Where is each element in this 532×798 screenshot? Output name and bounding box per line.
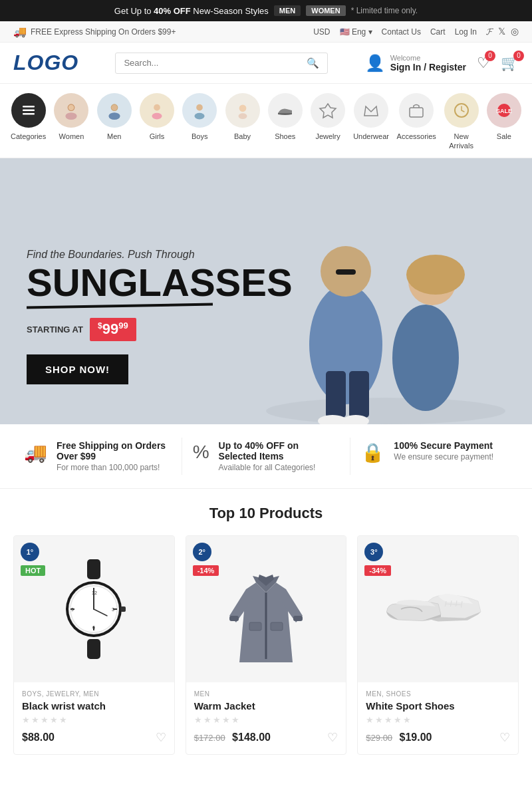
- svg-rect-0: [23, 106, 35, 108]
- cart-button[interactable]: 🛒 0: [501, 55, 519, 72]
- percent-icon: %: [193, 442, 209, 463]
- cart-badge: 0: [513, 51, 524, 61]
- women-tag[interactable]: WOMEN: [306, 5, 345, 16]
- cat-boys[interactable]: Boys: [178, 90, 221, 148]
- hero-subtitle: Find the Boundaries. Push Through: [27, 249, 293, 261]
- product-rating-1: ★★★★★: [22, 715, 166, 725]
- discount-badge-3: -34%: [364, 565, 391, 576]
- feature-payment-desc: We ensure secure payment!: [394, 452, 493, 462]
- cart-link[interactable]: Cart: [430, 27, 446, 37]
- hero-starting: STARTING AT $9999: [27, 318, 293, 340]
- svg-rect-2: [23, 113, 35, 115]
- logo[interactable]: LOGO: [13, 51, 78, 75]
- cat-girls[interactable]: Girls: [136, 90, 178, 148]
- product-category-3: MEN, SHOES: [366, 690, 510, 698]
- svg-rect-1: [23, 110, 35, 112]
- svg-rect-51: [249, 622, 261, 630]
- svg-rect-46: [87, 639, 100, 659]
- svg-point-26: [406, 255, 465, 295]
- cat-men[interactable]: Men: [93, 90, 136, 148]
- svg-text:6: 6: [92, 625, 95, 630]
- cat-accessories[interactable]: Accessories: [393, 90, 440, 148]
- svg-point-4: [66, 112, 77, 120]
- discount-badge-2: -14%: [193, 565, 219, 576]
- cat-label-shoes: Shoes: [275, 132, 295, 141]
- svg-rect-29: [336, 269, 356, 275]
- rank-badge-3: 3°: [364, 543, 383, 561]
- wishlist-btn-2[interactable]: ♡: [327, 730, 338, 745]
- cat-jewelry[interactable]: Jewelry: [307, 90, 349, 148]
- product-card-3: 3° -34%: [357, 535, 519, 755]
- feature-payment: 🔒 100% Secure Payment We ensure secure p…: [350, 438, 519, 475]
- cat-sale[interactable]: SALE Sale: [483, 90, 525, 148]
- feature-discount-title: Up to 40% OFF on Selected Items: [219, 440, 340, 462]
- cat-new-arrivals[interactable]: NewArrivals: [440, 90, 482, 158]
- svg-rect-47: [120, 606, 126, 612]
- search-bar[interactable]: 🔍: [115, 53, 328, 74]
- sign-in-area[interactable]: 👤 Welcome Sign In / Register: [365, 54, 466, 72]
- svg-text:9: 9: [71, 607, 74, 612]
- products-section: Top 10 Products 1° HOT: [0, 489, 532, 775]
- wishlist-badge: 0: [485, 51, 495, 61]
- login-link[interactable]: Log In: [455, 27, 477, 37]
- rank-badge-1: 1°: [21, 543, 39, 561]
- svg-text:SALE: SALE: [496, 108, 512, 114]
- jacket-image: [226, 556, 306, 662]
- cat-women[interactable]: Women: [50, 90, 92, 148]
- wishlist-btn-3[interactable]: ♡: [499, 730, 510, 745]
- product-info-2: MEN Warm Jacket ★★★★★ $172.00 $148.00 ♡: [186, 682, 346, 754]
- wishlist-btn-1[interactable]: ♡: [156, 730, 166, 745]
- svg-text:3: 3: [112, 607, 114, 612]
- welcome-text: Welcome: [390, 54, 466, 62]
- cat-label-girls: Girls: [150, 132, 165, 141]
- cat-label-new-arrivals: NewArrivals: [449, 132, 473, 151]
- hero-price: $9999: [90, 318, 136, 340]
- hero-banner: Find the Boundaries. Push Through SUNGLA…: [0, 158, 532, 424]
- cat-label-accessories: Accessories: [397, 132, 436, 141]
- language-selector[interactable]: 🇺🇸 Eng ▾: [340, 27, 372, 37]
- currency-selector[interactable]: USD: [313, 27, 330, 37]
- svg-point-21: [266, 398, 505, 424]
- svg-point-13: [239, 104, 246, 112]
- facebook-icon[interactable]: 𝓕: [486, 26, 493, 37]
- twitter-icon[interactable]: 𝕏: [498, 26, 505, 37]
- banner-text: Get Up to 40% OFF New-Season Styles: [114, 6, 269, 16]
- cat-categories[interactable]: Categories: [7, 90, 50, 148]
- svg-point-24: [392, 305, 459, 411]
- cat-shoes[interactable]: Shoes: [264, 90, 307, 148]
- product-card-1: 1° HOT 1: [13, 535, 175, 755]
- cat-label-men: Men: [107, 132, 121, 141]
- signin-link[interactable]: Sign In / Register: [390, 62, 466, 72]
- product-img-shoes: 3° -34%: [358, 536, 518, 682]
- instagram-icon[interactable]: ◎: [511, 26, 519, 37]
- svg-point-12: [195, 113, 205, 120]
- wishlist-button[interactable]: ♡ 0: [477, 55, 490, 72]
- search-input[interactable]: [124, 58, 301, 68]
- category-nav: Categories Women Men: [0, 84, 532, 158]
- svg-rect-28: [349, 371, 369, 418]
- contact-us-link[interactable]: Contact Us: [382, 27, 421, 37]
- cat-label-sale: Sale: [497, 132, 511, 141]
- svg-rect-49: [229, 616, 239, 621]
- product-old-price-3: $29.00: [366, 733, 392, 743]
- cat-label-women: Women: [59, 132, 84, 141]
- product-rating-2: ★★★★★: [194, 715, 338, 725]
- product-info-3: MEN, SHOES White Sport Shoes ★★★★★ $29.0…: [358, 682, 518, 754]
- product-price-1: $88.00: [22, 732, 55, 743]
- svg-rect-50: [293, 616, 303, 621]
- hero-starting-text: STARTING AT: [27, 325, 83, 334]
- svg-point-7: [108, 112, 120, 120]
- product-card-2: 2° -14%: [186, 535, 347, 755]
- men-tag[interactable]: MEN: [274, 5, 301, 16]
- product-category-2: MEN: [194, 690, 338, 698]
- product-price-row-3: $29.00 $19.00 ♡: [366, 730, 510, 745]
- shop-now-button[interactable]: SHOP NOW!: [27, 354, 128, 384]
- cat-underwear[interactable]: Underwear: [349, 90, 393, 148]
- cat-baby[interactable]: Baby: [221, 90, 263, 148]
- feature-payment-title: 100% Secure Payment: [394, 440, 493, 451]
- search-icon[interactable]: 🔍: [307, 57, 319, 69]
- product-rating-3: ★★★★★: [366, 715, 510, 725]
- features-strip: 🚚 Free Shipping on Orders Over $99 For m…: [0, 424, 532, 489]
- hero-underline: [27, 303, 213, 309]
- watch-image: 12 3 6 9: [54, 556, 134, 662]
